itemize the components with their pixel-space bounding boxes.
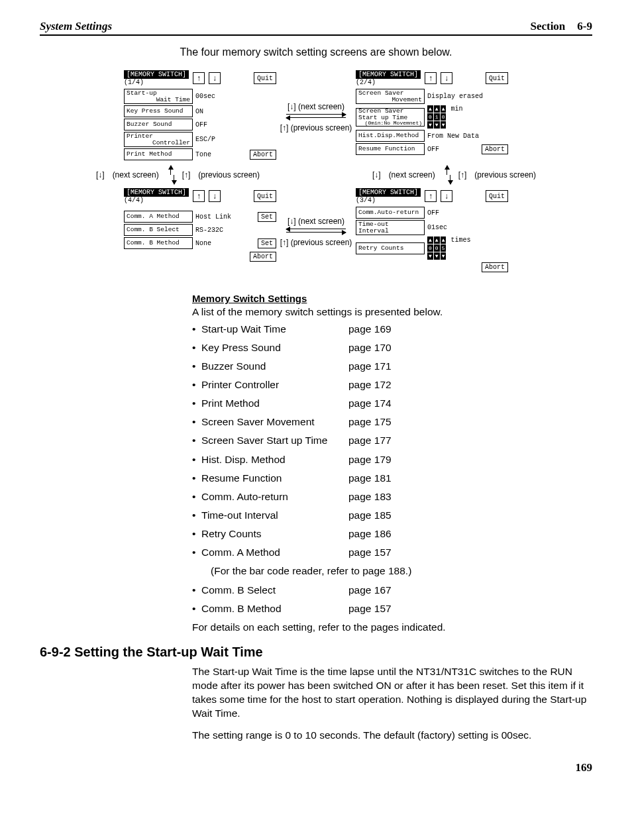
panel4-abort-button[interactable]: Abort	[250, 252, 276, 262]
panel2-up-button[interactable]: ↑	[425, 72, 437, 84]
panel4-set-a-button[interactable]: Set	[258, 212, 276, 222]
header-right: Section6-9	[530, 20, 592, 33]
panel1-up-button[interactable]: ↑	[193, 72, 205, 84]
panel1-quit-button[interactable]: Quit	[254, 72, 276, 84]
panel4-title: [MEMORY SWITCH]	[124, 188, 189, 197]
memswitch-lead: A list of the memory switch settings is …	[192, 305, 592, 319]
list-item: •Comm. A Methodpage 157	[192, 546, 592, 559]
list-item: •Comm. B Methodpage 157	[192, 602, 592, 615]
section-6-9-2-p1: The Start-up Wait Time is the time lapse…	[192, 665, 592, 721]
list-item: •Hist. Disp. Methodpage 179	[192, 453, 592, 466]
panel2-abort-button[interactable]: Abort	[482, 144, 508, 154]
panel1-abort-button[interactable]: Abort	[250, 150, 276, 160]
panel2-title: [MEMORY SWITCH]	[356, 70, 421, 79]
list-item: •Time-out Intervalpage 185	[192, 509, 592, 522]
memswitch-list: •Start-up Wait Timepage 169•Key Press So…	[192, 323, 592, 560]
section-number: 6-9	[577, 20, 592, 32]
panel4-up-button[interactable]: ↑	[193, 190, 205, 202]
panel4-set-b-button[interactable]: Set	[258, 238, 276, 248]
list-item: •Resume Functionpage 181	[192, 472, 592, 485]
panel4-quit-button[interactable]: Quit	[254, 190, 276, 202]
header-left: System Settings	[40, 20, 112, 33]
list-item: •Print Methodpage 174	[192, 397, 592, 410]
panel-3: [MEMORY SWITCH] (3/4) ↑ ↓ Quit Comm.Auto…	[356, 188, 508, 272]
memswitch-list2: •Comm. B Selectpage 167•Comm. B Methodpa…	[192, 584, 592, 615]
section-label: Section	[530, 20, 565, 32]
list-item: •Start-up Wait Timepage 169	[192, 323, 592, 336]
panel3-up-button[interactable]: ↑	[425, 190, 437, 202]
panel3-down-button[interactable]: ↓	[441, 190, 452, 202]
panel4-down-button[interactable]: ↓	[209, 190, 221, 202]
section-6-9-2-p2: The setting range is 0 to 10 seconds. Th…	[192, 729, 592, 743]
list-item: •Buzzer Soundpage 171	[192, 360, 592, 373]
list-item: •Comm. Auto-returnpage 183	[192, 490, 592, 503]
panel1-page: (1/4)	[124, 79, 189, 86]
screens-diagram: [MEMORY SWITCH] (1/4) ↑ ↓ Quit Start-upW…	[40, 70, 592, 272]
panel2-page: (2/4)	[356, 79, 421, 86]
nav-arrows-4-3: [↓] (next screen) [↑] (previous screen)	[276, 188, 356, 272]
list-item: •Screen Saver Start up Timepage 177	[192, 434, 592, 447]
section-6-9-2-heading: 6-9-2 Setting the Start-up Wait Time	[40, 645, 592, 660]
panel1-title: [MEMORY SWITCH]	[124, 70, 189, 79]
list-item: •Key Press Soundpage 170	[192, 341, 592, 354]
page-number: 169	[40, 761, 592, 774]
panel-2: [MEMORY SWITCH] (2/4) ↑ ↓ Quit Screen Sa…	[356, 70, 508, 162]
panel3-title: [MEMORY SWITCH]	[356, 188, 421, 197]
panel-1: [MEMORY SWITCH] (1/4) ↑ ↓ Quit Start-upW…	[124, 70, 276, 162]
memory-switch-block: Memory Switch Settings A list of the mem…	[192, 292, 592, 634]
list-item: •Retry Countspage 186	[192, 527, 592, 541]
memswitch-note: (For the bar code reader, refer to page …	[211, 564, 592, 578]
panel2-quit-button[interactable]: Quit	[486, 72, 508, 84]
panel3-page: (3/4)	[356, 197, 421, 204]
panel1-down-button[interactable]: ↓	[209, 72, 221, 84]
intro-text: The four memory switch setting screens a…	[40, 46, 592, 58]
memswitch-tail: For details on each setting, refer to th…	[192, 621, 592, 634]
list-item: •Screen Saver Movementpage 175	[192, 415, 592, 429]
memswitch-heading: Memory Switch Settings	[192, 292, 592, 305]
panel3-abort-button[interactable]: Abort	[482, 262, 508, 272]
panel-4: [MEMORY SWITCH] (4/4) ↑ ↓ Quit Comm. A M…	[124, 188, 276, 272]
panel3-quit-button[interactable]: Quit	[486, 190, 508, 202]
panel4-page: (4/4)	[124, 197, 189, 204]
nav-arrows-1-2: [↓] (next screen) [↑] (previous screen)	[276, 70, 356, 162]
list-item: •Printer Controllerpage 172	[192, 378, 592, 392]
list-item: •Comm. B Selectpage 167	[192, 584, 592, 597]
page-header: System Settings Section6-9	[40, 20, 592, 36]
panel2-down-button[interactable]: ↓	[441, 72, 452, 84]
